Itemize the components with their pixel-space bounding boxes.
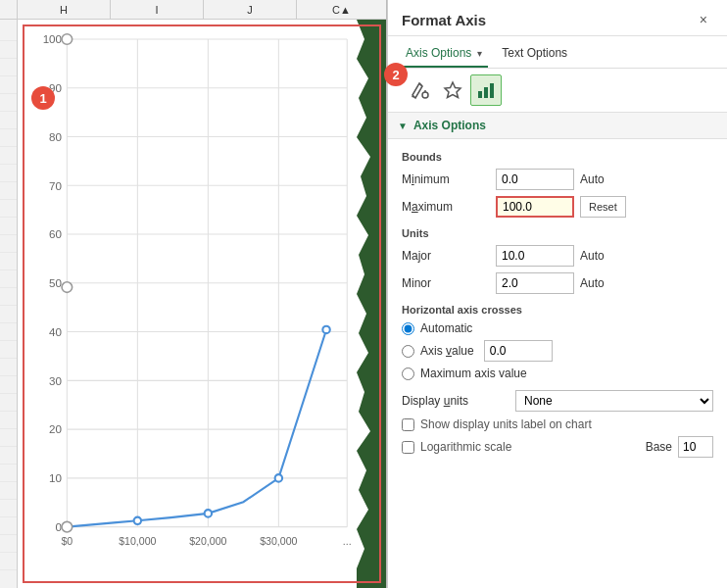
col-header-j: J [204,0,297,19]
h-axis-crosses-label: Horizontal axis crosses [402,304,713,316]
major-label: Major [402,249,490,263]
row-num [0,323,17,341]
row-num [0,94,17,112]
maximum-label: Maximum [402,200,490,214]
row-num [0,76,17,94]
effects-icon-button[interactable] [437,74,468,106]
svg-text:100: 100 [43,32,63,45]
row-num [0,270,17,288]
svg-point-36 [322,326,329,333]
row-num [0,412,17,429]
row-num [0,359,17,376]
tab-axis-options-label: Axis Options [406,46,471,60]
axis-value-input[interactable] [484,340,553,362]
svg-text:60: 60 [49,227,62,240]
badge-2: 2 [384,63,408,86]
svg-text:$30,000: $30,000 [260,535,297,547]
svg-point-35 [275,474,282,481]
minimum-input[interactable] [496,169,574,190]
row-num [0,553,17,570]
panel-close-button[interactable]: × [694,10,713,29]
axis-options-icon-button[interactable] [470,74,502,106]
tab-bar: Axis Options ▾ Text Options [388,36,727,69]
row-num [0,517,17,535]
minor-input[interactable] [496,272,574,294]
maximum-input[interactable] [496,196,574,218]
svg-text:40: 40 [49,325,62,338]
radio-automatic[interactable] [402,322,414,335]
svg-text:$0: $0 [61,535,73,547]
section-header-text: Axis Options [413,119,486,132]
minimum-field-row: Minimum Auto [402,169,713,190]
icon-toolbar: 2 [388,69,727,113]
row-num [0,235,17,253]
display-units-label: Display units [402,394,509,408]
chart-area: H I J C▲ [0,0,387,588]
log-base-input[interactable] [678,436,713,458]
units-label: Units [402,227,713,239]
panel-content[interactable]: ▼ Axis Options Bounds Minimum Auto Maxim… [388,113,727,588]
radio-maximum-axis-value[interactable] [402,368,414,380]
row-num [0,288,17,306]
minor-auto-label: Auto [580,276,619,290]
tab-text-options-label: Text Options [502,46,567,60]
row-num [0,341,17,359]
panel-header: Format Axis × [388,0,727,36]
col-header-i: I [111,0,204,19]
chart-canvas[interactable]: 100 90 80 70 60 50 40 30 20 10 0 $0 $10,… [18,20,386,588]
row-num [0,147,17,165]
tab-text-options[interactable]: Text Options [498,40,571,68]
row-num [0,129,17,147]
svg-text:70: 70 [49,179,62,192]
svg-rect-42 [478,91,482,98]
radio-max-axis-label: Maximum axis value [420,367,527,380]
format-axis-panel: Format Axis × Axis Options ▾ Text Option… [387,0,727,588]
show-display-units-checkbox[interactable] [402,418,414,431]
row-num [0,218,17,235]
row-num [0,41,17,59]
radio-axis-value-row: Axis value [402,340,713,362]
log-scale-checkbox[interactable] [402,441,414,454]
col-header-extra: C▲ [297,0,386,19]
axis-options-content: Bounds Minimum Auto Maximum Reset Units … [388,139,727,470]
tab-axis-options-arrow[interactable]: ▾ [475,48,484,59]
row-num [0,429,17,447]
column-headers: H I J C▲ [0,0,386,20]
minimum-label: Minimum [402,172,490,186]
axis-crosses-radio-group: Automatic Axis value Maximum axis value [402,321,713,380]
svg-text:50: 50 [49,276,62,289]
display-units-select[interactable]: None Hundreds Thousands Millions Billion… [515,390,713,412]
display-units-row: Display units None Hundreds Thousands Mi… [402,390,713,412]
svg-marker-41 [445,82,460,98]
badge-1: 1 [31,86,55,110]
major-input[interactable] [496,245,574,267]
row-num [0,253,17,270]
chart-svg-container: 100 90 80 70 60 50 40 30 20 10 0 $0 $10,… [25,27,378,580]
show-display-units-label: Show display units label on chart [420,417,592,431]
row-num [0,24,17,41]
svg-text:30: 30 [49,374,62,387]
maximum-field-row: Maximum Reset [402,196,713,218]
axis-options-section-header[interactable]: ▼ Axis Options [388,113,727,139]
row-num [0,465,17,482]
row-num [0,182,17,200]
fill-line-icon-button[interactable] [404,74,435,106]
tab-axis-options[interactable]: Axis Options ▾ [402,40,488,68]
svg-point-39 [62,521,73,532]
svg-text:$20,000: $20,000 [189,535,226,547]
row-num [0,535,17,553]
radio-axis-value[interactable] [402,345,414,358]
svg-text:...: ... [343,535,352,547]
svg-text:10: 10 [49,471,62,484]
svg-rect-44 [490,83,494,98]
row-num [0,447,17,465]
major-auto-label: Auto [580,249,619,263]
log-scale-label: Logarithmic scale [420,440,640,454]
row-num [0,376,17,394]
major-field-row: Major Auto [402,245,713,267]
col-header-h: H [18,0,111,19]
row-num [0,165,17,182]
svg-text:20: 20 [49,422,62,435]
reset-button[interactable]: Reset [580,196,626,218]
svg-point-37 [62,34,73,45]
